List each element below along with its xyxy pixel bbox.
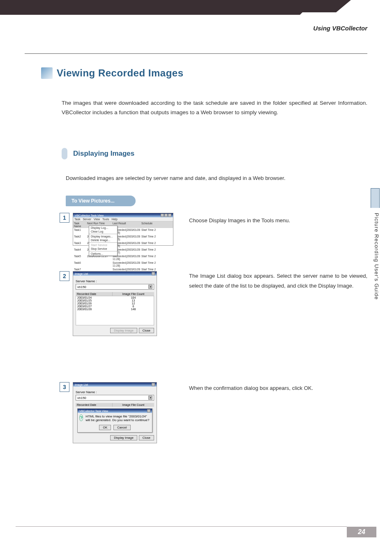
step-2-block: 2 Image List Server Name : vb150 ▾ Recor… <box>60 271 157 336</box>
col-image-file-count: Image File Count <box>113 292 154 296</box>
col-recorded-date: Recorded Date <box>76 292 113 296</box>
list-item[interactable]: 2003/01/276 <box>76 305 154 308</box>
menu-help[interactable]: Help <box>111 218 117 221</box>
menu-server[interactable]: Server <box>83 218 91 221</box>
taskview-titlebar: VBCollector Task View <box>73 213 173 217</box>
section-title: Viewing Recorded Images <box>57 67 184 79</box>
step-1-block: 1 VBCollector Task View Task Server View… <box>60 213 173 246</box>
menu-task[interactable]: Task <box>74 218 80 221</box>
close-icon <box>152 272 155 275</box>
list-item[interactable]: 2003/01/2513 <box>76 299 154 302</box>
imagelist3-header: Recorded Date Image File Count <box>76 403 154 407</box>
subsection-intro-text: Downloaded images are selected by server… <box>66 175 367 181</box>
server-name-label: Server Name : <box>76 390 154 394</box>
step-2-number: 2 <box>60 271 69 281</box>
list-item[interactable]: 2003/01/24104 <box>76 296 154 299</box>
confirm-message: HTML files to view image file "2003/01/2… <box>85 415 150 422</box>
table-row[interactable]: Task6Succeeded(2003/01/28 11:28)Start Ti… <box>73 261 173 267</box>
imagelist-titlebar: Image List <box>73 272 157 276</box>
server-name-value: vb150 <box>77 285 86 289</box>
chevron-down-icon: ▾ <box>148 285 152 289</box>
header-banner-lower <box>0 12 300 15</box>
close-button[interactable]: Close <box>139 328 154 333</box>
section-heading: Viewing Recorded Images <box>41 67 367 82</box>
confirm-titlebar: VBCollector Task View <box>78 409 152 413</box>
step-3-block: 3 Image List Server Name : vb150 ▾ Recor… <box>60 382 157 443</box>
taskview-title-text: VBCollector Task View <box>75 214 104 217</box>
menu-item-delete-image[interactable]: Delete Image... <box>89 238 117 242</box>
imagelist-title-text: Image List <box>75 272 88 275</box>
step-3-number: 3 <box>60 382 69 392</box>
table-row[interactable]: Task42003/01/28 11:25Succeeded(2003/01/2… <box>73 248 173 254</box>
server-name-select[interactable]: vb150 ▾ <box>76 284 154 290</box>
side-tab-label: Picture Recording User's Guide <box>371 213 380 300</box>
menu-tools[interactable]: Tools <box>102 218 109 221</box>
max-icon <box>164 214 168 217</box>
subsection-heading: Displaying Images <box>62 148 134 159</box>
confirm-title-text: VBCollector Task View <box>79 410 108 412</box>
menu-item-start-service[interactable]: Start Service <box>89 243 117 247</box>
header-banner <box>0 0 336 12</box>
close-icon <box>147 409 150 412</box>
imagelist-confirm-mock: Image List Server Name : vb150 ▾ Recorde… <box>73 382 157 443</box>
taskview-rows: Task1Succeeded(2003/01/28 11:25)Start Ti… <box>73 228 173 274</box>
menu-item-display-log[interactable]: Display Log... <box>89 226 117 230</box>
close-icon <box>152 383 155 386</box>
chevron-down-icon: ▾ <box>148 396 152 400</box>
section-intro-text: The images that were downloaded accordin… <box>62 99 367 118</box>
step-3-text: When the confirmation dialog box appears… <box>189 383 367 393</box>
server-name-label: Server Name : <box>76 279 154 283</box>
imagelist3-title-text: Image List <box>75 383 88 386</box>
subsection-title: Displaying Images <box>73 150 134 158</box>
ok-button[interactable]: OK <box>99 425 111 430</box>
list-item[interactable]: 2003/01/2612 <box>76 302 154 305</box>
display-image-button[interactable]: Display Image <box>110 328 137 333</box>
taskview-menubar: Task Server View Tools Help <box>73 217 173 221</box>
col-recorded-date: Recorded Date <box>76 403 113 407</box>
side-tab-marker <box>371 188 380 208</box>
header-banner-notch <box>336 0 351 12</box>
imagelist-list[interactable]: 2003/01/24104 2003/01/2513 2003/01/2612 … <box>76 296 154 325</box>
table-row[interactable]: Task32003/01/28 11:25Succeeded(2003/01/2… <box>73 241 173 248</box>
confirm-dialog: VBCollector Task View ? HTML files to vi… <box>77 408 152 433</box>
table-row[interactable]: Task22003/01/28 11:25Succeeded(2003/01/2… <box>73 235 173 241</box>
menu-item-clear-log[interactable]: Clear Log <box>89 230 117 233</box>
section-marker-icon <box>41 67 53 79</box>
list-item[interactable]: 2003/01/28148 <box>76 308 154 311</box>
min-icon <box>161 214 164 217</box>
server-name-value: vb150 <box>77 396 86 400</box>
table-row[interactable]: Task1Succeeded(2003/01/28 11:25)Start Ti… <box>73 228 173 235</box>
col-schedule: Schedule <box>141 221 157 228</box>
col-image-file-count: Image File Count <box>113 403 154 407</box>
imagelist-dialog-mock: Image List Server Name : vb150 ▾ Recorde… <box>73 271 157 336</box>
server-name-select[interactable]: vb150 ▾ <box>76 395 154 401</box>
side-tab: Picture Recording User's Guide <box>371 188 380 307</box>
close-button[interactable]: Close <box>139 435 154 440</box>
step-1-text: Choose Display Images in the Tools menu. <box>189 216 367 226</box>
imagelist3-titlebar: Image List <box>73 382 157 387</box>
question-icon: ? <box>79 415 83 421</box>
cancel-button[interactable]: Cancel <box>113 425 130 430</box>
menu-item-options[interactable]: Options... <box>89 252 117 256</box>
display-image-button[interactable]: Display Image <box>110 435 137 440</box>
imagelist-header: Recorded Date Image File Count <box>76 292 154 296</box>
page-number: 24 <box>347 527 376 537</box>
taskview-table-header: Task Name Next Run Time Last Result Sche… <box>73 221 173 228</box>
step-1-number: 1 <box>60 213 69 223</box>
menu-item-display-images[interactable]: Display Images... <box>89 235 117 238</box>
col-task-name: Task Name <box>73 221 86 228</box>
taskview-window-mock: VBCollector Task View Task Server View T… <box>73 213 173 246</box>
callout-label: To View Pictures... <box>66 196 136 206</box>
tools-dropdown: Display Log... Clear Log Display Images.… <box>89 226 118 256</box>
close-icon <box>168 214 171 217</box>
step-2-text: The Image List dialog box appears. Selec… <box>189 271 367 291</box>
table-row[interactable]: Task52003/01/28 11:27Succeeded(2003/01/2… <box>73 254 173 261</box>
footer-rule <box>16 526 347 527</box>
chapter-title: Using VBCollector <box>313 25 367 32</box>
header-banner-lower-notch <box>300 12 302 15</box>
subsection-marker-icon <box>62 148 67 159</box>
menu-view[interactable]: View <box>94 218 100 221</box>
menu-item-stop-service[interactable]: Stop Service <box>89 247 117 251</box>
horizontal-rule-top <box>25 53 367 54</box>
